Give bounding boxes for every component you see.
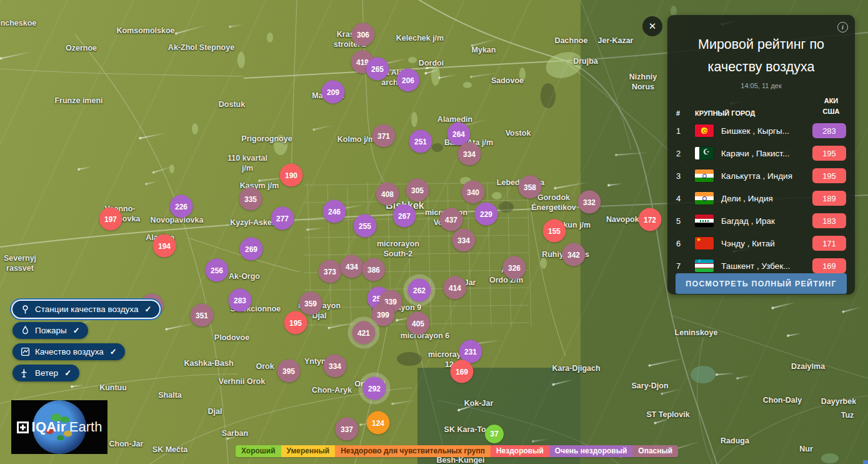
rank-number: 2 (676, 149, 695, 158)
toggle-wind[interactable]: Ветер✓ (12, 365, 79, 381)
panel-timestamp: 14:05, 11 дек (667, 82, 855, 89)
column-aqi: АКИ США (817, 96, 845, 117)
aqi-station-marker[interactable]: 305 (406, 179, 429, 202)
rank-number: 3 (676, 171, 695, 181)
aqi-station-marker[interactable]: 371 (372, 124, 396, 148)
uz-flag-icon (695, 260, 714, 272)
air-quality-layer-icon (21, 347, 30, 356)
city-name: Багдад , Ирак (721, 216, 812, 226)
aqi-station-marker[interactable]: 283 (229, 289, 252, 312)
aqi-station-marker[interactable]: 326 (503, 256, 526, 280)
checkmark-icon: ✓ (110, 347, 117, 356)
aqi-station-marker[interactable]: 172 (639, 208, 662, 231)
aqi-station-marker[interactable]: 246 (323, 200, 346, 223)
aqi-station-marker[interactable]: 332 (578, 191, 601, 214)
aqi-station-marker[interactable]: 351 (191, 304, 214, 327)
toggle-stations[interactable]: Станции качества воздуха✓ (12, 301, 159, 318)
legend-item: Нездоровый (491, 445, 549, 457)
legend-item: Хороший (236, 445, 281, 457)
toggle-label: Станции качества воздуха (35, 305, 138, 314)
aqi-station-marker[interactable]: 169 (451, 360, 474, 383)
aqi-station-marker[interactable]: 206 (397, 69, 420, 92)
aqi-station-marker[interactable]: 209 (322, 81, 345, 104)
column-rank: # (676, 109, 695, 117)
aqi-station-marker[interactable]: 269 (240, 238, 263, 261)
ranking-row[interactable]: 2Карачи , Пакист...195 (667, 142, 855, 164)
legend-item: Опасный (632, 445, 678, 457)
toggle-label: Качество воздуха (35, 347, 104, 356)
iqair-earth-map: encheskoeKomsomolskoeOzernoeAk-Zhol Step… (0, 0, 868, 464)
legend-item: Нездорово для чувствительных групп (335, 445, 491, 457)
rank-number: 5 (676, 216, 695, 226)
aqi-station-marker[interactable]: 358 (519, 176, 542, 199)
checkmark-icon: ✓ (64, 368, 71, 378)
toggle-fires[interactable]: Пожары✓ (12, 322, 88, 339)
aqi-station-marker[interactable]: 277 (271, 207, 294, 230)
aqi-station-marker[interactable]: 251 (409, 130, 432, 153)
aqi-station-marker[interactable]: 405 (407, 312, 430, 335)
aqi-station-marker[interactable]: 262 (408, 279, 431, 302)
city-name: Карачи , Пакист... (721, 149, 812, 158)
aqi-badge: 283 (812, 123, 846, 138)
aqi-station-marker[interactable]: 340 (462, 181, 485, 204)
aqi-station-marker[interactable]: 255 (354, 214, 377, 238)
aqi-station-marker[interactable]: 373 (319, 260, 342, 283)
kg-flag-icon (695, 124, 714, 137)
aqi-badge: 189 (812, 191, 846, 206)
city-name: Бишкек , Кыргы... (721, 126, 812, 136)
city-name: Калькутта , Индия (721, 171, 812, 181)
aqi-station-marker[interactable]: 337 (336, 418, 359, 441)
aqi-station-marker[interactable]: 155 (543, 219, 566, 243)
aqi-station-marker[interactable]: 342 (562, 243, 586, 266)
aqi-station-marker[interactable]: 265 (366, 58, 389, 81)
logo-brand: IQAir (32, 419, 66, 435)
aqi-station-marker[interactable]: 334 (458, 143, 481, 166)
column-city: КРУПНЫЙ ГОРОД (695, 109, 817, 117)
aqi-legend: ХорошийУмеренныйНездорово для чувствител… (236, 445, 678, 457)
aqi-station-marker[interactable]: 334 (452, 229, 476, 252)
aqi-station-marker[interactable]: 190 (280, 164, 303, 187)
aqi-station-marker[interactable]: 395 (277, 360, 301, 383)
aqi-station-marker[interactable]: 256 (206, 259, 229, 282)
view-full-ranking-button[interactable]: ПОСМОТРЕТЬ ПОЛНЫЙ РЕЙТИНГ (676, 273, 847, 294)
ranking-row[interactable]: 6Чэнду , Китай171 (667, 232, 855, 255)
aqi-station-marker[interactable]: 195 (284, 311, 307, 335)
in-flag-icon (695, 192, 714, 204)
aqi-station-marker[interactable]: 229 (475, 203, 498, 226)
logo-text: IQAir Earth (17, 419, 102, 435)
aqi-station-marker[interactable]: 359 (299, 292, 322, 315)
info-icon[interactable]: i (837, 22, 848, 33)
aqi-station-marker[interactable]: 335 (239, 188, 262, 211)
ranking-row[interactable]: 1Бишкек , Кыргы...283 (667, 119, 855, 142)
aqi-badge: 183 (812, 213, 846, 228)
aqi-station-marker[interactable]: 197 (99, 208, 122, 231)
checkmark-icon: ✓ (73, 326, 80, 335)
aqi-station-marker[interactable]: 226 (170, 195, 193, 218)
aqi-station-marker[interactable]: 334 (324, 355, 347, 378)
aqi-station-marker[interactable]: 386 (362, 258, 386, 281)
ranking-row[interactable]: 4Дели , Индия189 (667, 187, 855, 209)
city-name: Чэнду , Китай (721, 239, 812, 248)
toggle-air-quality[interactable]: Качество воздуха✓ (12, 343, 125, 360)
close-panel-button[interactable]: ✕ (642, 16, 662, 36)
aqi-station-marker[interactable]: 306 (352, 23, 375, 46)
ranking-row[interactable]: 3Калькутта , Индия195 (667, 164, 855, 187)
aqi-station-marker[interactable]: 292 (363, 377, 386, 400)
aqi-station-marker[interactable]: 267 (393, 204, 416, 228)
aqi-station-marker[interactable]: 194 (153, 235, 176, 258)
map-attribution-logo[interactable] (863, 460, 868, 464)
aqi-station-marker[interactable]: 399 (372, 303, 395, 326)
ranking-list: 1Бишкек , Кыргы...2832Карачи , Пакист...… (667, 119, 855, 277)
aqi-station-marker[interactable]: 434 (341, 255, 364, 278)
aqi-station-marker[interactable]: 414 (444, 276, 467, 300)
aqi-station-marker[interactable]: 437 (440, 208, 463, 231)
aqi-badge: 169 (812, 258, 846, 273)
rank-number: 6 (676, 239, 695, 248)
aqi-station-marker[interactable]: 421 (352, 321, 376, 345)
ranking-row[interactable]: 5Багдад , Ирак183 (667, 209, 855, 232)
aqi-station-marker[interactable]: 37 (485, 425, 504, 443)
panel-title: Мировой рейтинг по качеству воздуха (667, 15, 855, 78)
iqair-earth-logo[interactable]: IQAir Earth (11, 400, 107, 454)
aqi-station-marker[interactable]: 408 (376, 183, 399, 206)
aqi-station-marker[interactable]: 124 (367, 411, 390, 435)
